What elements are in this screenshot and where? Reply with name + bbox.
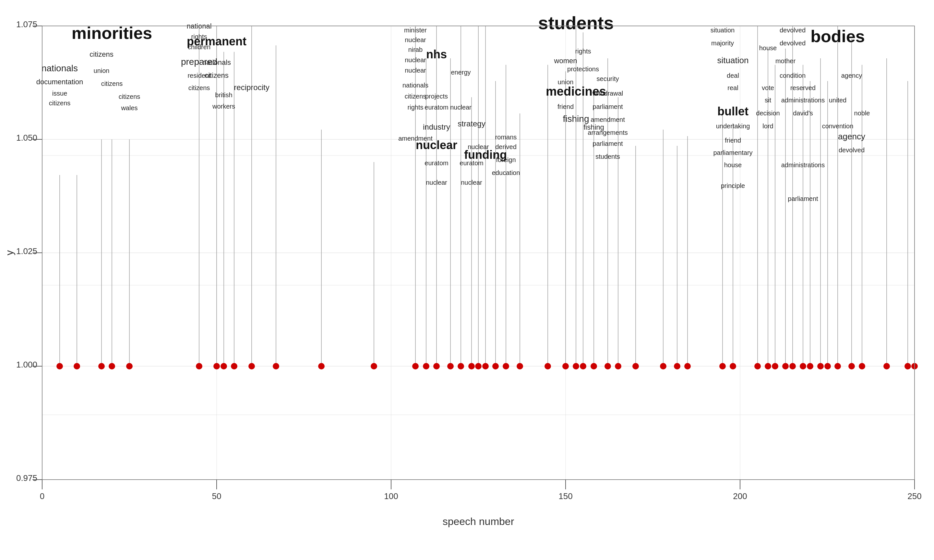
word-wales: wales — [121, 105, 137, 111]
dot — [516, 363, 523, 369]
x-axis-label-0: 0 — [40, 491, 45, 501]
word-noble: noble — [854, 109, 870, 117]
dot — [684, 363, 691, 369]
word-nuclear-6: nuclear — [426, 179, 447, 186]
y-axis-label-0975: 0.975 — [16, 473, 37, 483]
dot — [468, 363, 475, 369]
y-axis-label-1000: 1.000 — [16, 360, 37, 369]
word-nationals-2: nationals — [202, 58, 231, 66]
dot — [772, 363, 778, 369]
word-deal: deal — [727, 72, 739, 79]
dot — [834, 363, 841, 369]
word-majority: majority — [711, 40, 734, 47]
word-devolved-2: devolved — [780, 40, 806, 47]
word-situation-2: situation — [717, 55, 749, 65]
word-romans: romans — [495, 134, 517, 141]
dot — [807, 363, 813, 369]
dot — [502, 363, 509, 369]
word-nirab: nirab — [408, 46, 422, 53]
dot — [492, 363, 499, 369]
word-students-small: students — [595, 153, 620, 160]
word-documentation: documentation — [36, 78, 83, 86]
y-axis-label-1025: 1.025 — [16, 246, 37, 256]
word-nhs: nhs — [426, 48, 447, 61]
word-united: united — [829, 97, 847, 104]
word-citizens-1: citizens — [49, 100, 71, 107]
dot — [475, 363, 482, 369]
word-education: education — [492, 169, 520, 176]
word-protections: protections — [567, 65, 599, 72]
word-sit: sit — [765, 97, 771, 104]
word-citizens-2: citizens — [89, 50, 113, 58]
word-arrangements: arrangements — [588, 129, 627, 136]
word-bullet: bullet — [717, 105, 749, 118]
word-administrations-1: administrations — [781, 97, 825, 104]
word-bodies: bodies — [811, 27, 865, 46]
dot — [458, 363, 464, 369]
word-friend-2: friend — [725, 137, 741, 144]
y-axis-title: y — [3, 250, 15, 255]
word-parliament-3: parliament — [788, 195, 818, 202]
word-fishing-1: fishing — [563, 114, 589, 124]
word-vote: vote — [762, 84, 774, 91]
dot — [447, 363, 454, 369]
word-citizens-3: citizens — [101, 80, 123, 87]
dot — [318, 363, 325, 369]
dot — [563, 363, 569, 369]
dot — [482, 363, 489, 369]
word-house-2: house — [724, 162, 742, 169]
word-nuclear-big: nuclear — [416, 138, 457, 152]
dot — [730, 363, 736, 369]
word-workers: workers — [212, 103, 235, 110]
word-euratom-2: euratom — [424, 160, 448, 166]
dot — [573, 363, 579, 369]
word-devolved-3: devolved — [838, 146, 865, 154]
word-real: real — [727, 84, 738, 91]
dot — [817, 363, 824, 369]
word-agency-1: agency — [841, 72, 862, 79]
word-house-1: house — [759, 45, 777, 52]
dot — [789, 363, 796, 369]
dot — [423, 363, 429, 369]
word-women: women — [554, 57, 577, 65]
x-axis-title: speech number — [443, 515, 514, 527]
word-nationals-3: nationals — [402, 82, 428, 89]
word-situation-1: situation — [711, 26, 735, 34]
word-condition: condition — [780, 72, 806, 79]
chart-container: 1.075 1.050 1.025 1.000 0.975 0 50 100 1… — [0, 0, 934, 560]
word-reciprocity: reciprocity — [234, 83, 269, 92]
word-reserved: reserved — [790, 84, 815, 91]
word-citizens-7: citizens — [405, 93, 427, 100]
dot — [433, 363, 440, 369]
dot — [782, 363, 789, 369]
word-davids: david's — [793, 109, 813, 117]
word-issue: issue — [52, 90, 68, 97]
word-union-1: union — [94, 67, 109, 74]
word-devolved-1: devolved — [780, 26, 806, 34]
word-nuclear-1: nuclear — [405, 36, 426, 43]
word-administrations-2: administrations — [781, 162, 825, 169]
word-parliament-2: parliament — [592, 140, 623, 147]
word-foreign: foreign — [496, 156, 516, 163]
dot — [765, 363, 771, 369]
word-british: british — [215, 91, 232, 98]
dot — [660, 363, 666, 369]
word-decision: decision — [756, 109, 780, 117]
word-security: security — [597, 75, 619, 82]
dot — [580, 363, 586, 369]
dot — [674, 363, 680, 369]
word-principle: principle — [721, 182, 745, 189]
dot — [632, 363, 639, 369]
dot — [604, 363, 611, 369]
word-lord: lord — [763, 123, 773, 130]
dot — [248, 363, 255, 369]
word-industry: industry — [423, 123, 450, 131]
x-axis-label-100: 100 — [384, 491, 398, 501]
dot — [615, 363, 621, 369]
dot — [544, 363, 551, 369]
word-amendment-2: amendment — [590, 116, 625, 123]
word-strategy: strategy — [458, 119, 485, 128]
dot — [590, 363, 597, 369]
word-agency-2: agency — [838, 132, 865, 141]
dot — [883, 363, 890, 369]
